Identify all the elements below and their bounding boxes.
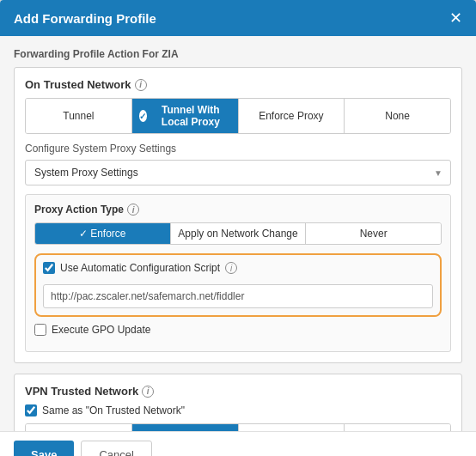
enforce-check-icon: ✓ bbox=[79, 228, 88, 240]
proxy-tab-never[interactable]: Never bbox=[306, 223, 441, 244]
tab-none-on-trusted[interactable]: None bbox=[345, 99, 450, 133]
auto-config-help-icon[interactable]: i bbox=[225, 262, 237, 274]
tab-none-vpn[interactable]: None bbox=[345, 424, 450, 431]
check-circle-icon: ✓ bbox=[139, 110, 147, 122]
system-proxy-select[interactable]: System Proxy Settings bbox=[25, 160, 451, 185]
auto-config-highlight-box: Use Automatic Configuration Script i bbox=[34, 253, 442, 317]
proxy-tab-enforce[interactable]: ✓ Enforce bbox=[35, 223, 171, 244]
vpn-same-as-row: Same as "On Trusted Network" bbox=[25, 404, 451, 416]
save-button[interactable]: Save bbox=[14, 441, 74, 456]
auto-config-url-input[interactable] bbox=[43, 284, 433, 308]
on-trusted-network-title: On Trusted Network i bbox=[25, 78, 451, 91]
proxy-action-block: Proxy Action Type i ✓ Enforce Apply on N… bbox=[25, 194, 451, 352]
vpn-same-as-label: Same as "On Trusted Network" bbox=[42, 404, 185, 416]
modal-header: Add Forwarding Profile ✕ bbox=[0, 0, 476, 36]
cancel-button[interactable]: Cancel bbox=[81, 441, 151, 456]
tab-tunnel-vpn[interactable]: Tunnel bbox=[26, 424, 132, 431]
tab-tunnel-on-trusted[interactable]: Tunnel bbox=[26, 99, 132, 133]
on-trusted-tab-group: Tunnel ✓ Tunnel With Local Proxy Enforce… bbox=[25, 98, 451, 134]
auto-config-checkbox[interactable] bbox=[43, 262, 55, 274]
section-top-label: Forwarding Profile Action For ZIA bbox=[14, 48, 462, 60]
configure-proxy-label: Configure System Proxy Settings bbox=[25, 143, 451, 155]
vpn-help-icon[interactable]: i bbox=[142, 386, 154, 398]
modal-footer: Save Cancel bbox=[0, 431, 476, 456]
close-button[interactable]: ✕ bbox=[449, 10, 462, 26]
tab-enforce-proxy-on-trusted[interactable]: Enforce Proxy bbox=[239, 99, 345, 133]
tab-tunnel-local-proxy-on-trusted[interactable]: ✓ Tunnel With Local Proxy bbox=[132, 99, 239, 133]
tab-tunnel-local-proxy-vpn[interactable]: ✓ Tunnel With Local Proxy bbox=[132, 424, 239, 431]
tab-enforce-proxy-vpn[interactable]: Enforce Proxy bbox=[239, 424, 345, 431]
on-trusted-network-block: On Trusted Network i Tunnel ✓ Tunnel Wit… bbox=[14, 67, 462, 363]
auto-config-checkbox-row: Use Automatic Configuration Script i bbox=[43, 262, 433, 274]
execute-gpo-row: Execute GPO Update bbox=[34, 324, 442, 336]
on-trusted-help-icon[interactable]: i bbox=[135, 79, 147, 91]
proxy-action-title: Proxy Action Type i bbox=[34, 204, 442, 216]
execute-gpo-checkbox[interactable] bbox=[34, 324, 46, 336]
modal-title: Add Forwarding Profile bbox=[14, 11, 156, 26]
modal-body: Forwarding Profile Action For ZIA On Tru… bbox=[0, 36, 476, 431]
proxy-action-help-icon[interactable]: i bbox=[127, 204, 139, 216]
vpn-trusted-title: VPN Trusted Network i bbox=[25, 385, 451, 398]
add-forwarding-profile-modal: Add Forwarding Profile ✕ Forwarding Prof… bbox=[0, 0, 476, 456]
proxy-action-tab-group: ✓ Enforce Apply on Network Change Never bbox=[34, 222, 442, 245]
execute-gpo-label: Execute GPO Update bbox=[52, 324, 150, 336]
auto-config-label: Use Automatic Configuration Script bbox=[60, 262, 220, 274]
system-proxy-select-wrapper: System Proxy Settings ▼ bbox=[25, 160, 451, 185]
vpn-tab-group: Tunnel ✓ Tunnel With Local Proxy Enforce… bbox=[25, 423, 451, 431]
vpn-same-as-checkbox[interactable] bbox=[25, 404, 37, 416]
proxy-tab-apply-network[interactable]: Apply on Network Change bbox=[171, 223, 307, 244]
vpn-trusted-network-block: VPN Trusted Network i Same as "On Truste… bbox=[14, 374, 462, 431]
